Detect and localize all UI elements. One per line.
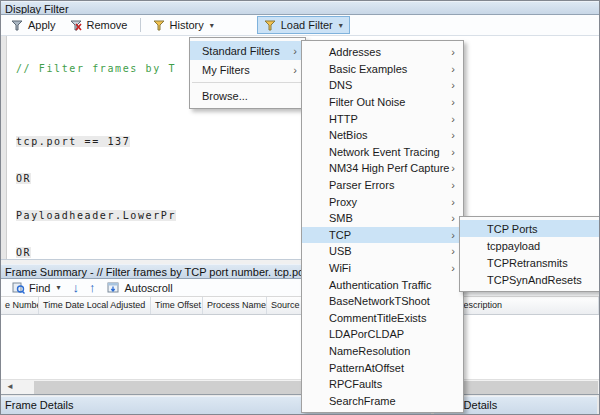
menu-item-tcpsynandresets[interactable]: TCPSynAndResets xyxy=(460,271,600,288)
menu-item-parser-errors[interactable]: Parser Errors› xyxy=(302,177,463,194)
frame-details-title: Frame Details xyxy=(5,399,73,411)
submenu-arrow-icon: › xyxy=(293,64,297,76)
load-filter-icon xyxy=(264,20,277,31)
menu-item-patternatoffset[interactable]: PatternAtOffset xyxy=(302,359,463,376)
submenu-arrow-icon: › xyxy=(451,245,455,257)
column-header-description[interactable]: Description xyxy=(453,297,599,314)
scrollbar-left-button[interactable]: ◄ xyxy=(1,380,19,394)
menu-item-my-filters[interactable]: My Filters › xyxy=(190,60,305,79)
menu-item-tcpretransmits[interactable]: TCPRetransmits xyxy=(460,254,600,271)
load-filter-menu: Standard Filters › My Filters › Browse..… xyxy=(189,37,306,109)
network-monitor-window: Display Filter Apply Remove History ▾ Lo… xyxy=(0,0,600,415)
submenu-arrow-icon: › xyxy=(451,46,455,58)
menu-item-ldaporcldap[interactable]: LDAPorCLDAP xyxy=(302,326,463,343)
submenu-arrow-icon: › xyxy=(451,212,455,224)
autoscroll-icon xyxy=(107,282,120,294)
find-previous-button[interactable]: ↑ xyxy=(84,282,101,294)
menu-item-tcp-ports[interactable]: TCP Ports xyxy=(460,220,600,237)
submenu-arrow-icon: › xyxy=(451,262,455,274)
submenu-arrow-icon: › xyxy=(451,179,455,191)
menu-item-dns[interactable]: DNS› xyxy=(302,77,463,94)
display-filter-title: Display Filter xyxy=(5,3,69,15)
menu-item-tcp[interactable]: TCP› xyxy=(302,227,463,244)
history-button[interactable]: History ▾ xyxy=(146,16,221,34)
menu-item-standard-filters[interactable]: Standard Filters › xyxy=(190,41,305,60)
tcp-submenu: TCP Ports tcppayload TCPRetransmits TCPS… xyxy=(459,216,600,292)
find-button[interactable]: Find ▾ xyxy=(5,279,67,297)
menu-item-basic-examples[interactable]: Basic Examples› xyxy=(302,61,463,78)
menu-item-browse[interactable]: Browse... xyxy=(190,86,305,105)
arrow-down-icon: ↓ xyxy=(72,280,79,295)
submenu-arrow-icon: › xyxy=(451,196,455,208)
history-filter-icon xyxy=(153,20,166,31)
submenu-arrow-icon: › xyxy=(451,162,455,174)
column-header-frame-number[interactable]: e Number xyxy=(1,297,39,314)
menu-item-rpcfaults[interactable]: RPCFaults xyxy=(302,376,463,393)
submenu-arrow-icon: › xyxy=(451,63,455,75)
menu-item-commenttitleexists[interactable]: CommentTitleExists xyxy=(302,310,463,327)
submenu-arrow-icon: › xyxy=(451,96,455,108)
column-header-time-offset[interactable]: Time Offset xyxy=(151,297,203,314)
submenu-arrow-icon: › xyxy=(451,129,455,141)
menu-item-authentication-traffic[interactable]: Authentication Traffic xyxy=(302,276,463,293)
submenu-arrow-icon: › xyxy=(293,45,297,57)
scroll-left-icon: ◄ xyxy=(6,382,14,391)
display-filter-titlebar: Display Filter xyxy=(1,1,599,15)
standard-filters-menu: Addresses› Basic Examples› DNS› Filter O… xyxy=(301,40,464,413)
menu-item-usb[interactable]: USB› xyxy=(302,243,463,260)
menu-separator xyxy=(192,82,303,83)
history-caret-icon: ▾ xyxy=(210,21,214,30)
toolbar-separator xyxy=(140,18,141,32)
editor-gutter xyxy=(1,36,7,259)
menu-item-http[interactable]: HTTP› xyxy=(302,110,463,127)
find-caret-icon: ▾ xyxy=(56,283,60,292)
arrow-up-icon: ↑ xyxy=(89,280,96,295)
menu-item-netbios[interactable]: NetBios› xyxy=(302,127,463,144)
menu-item-searchframe[interactable]: SearchFrame xyxy=(302,392,463,409)
menu-item-network-event-tracing[interactable]: Network Event Tracing› xyxy=(302,144,463,161)
menu-item-addresses[interactable]: Addresses› xyxy=(302,44,463,61)
apply-button[interactable]: Apply xyxy=(4,16,63,34)
column-header-process-name[interactable]: Process Name xyxy=(203,297,267,314)
apply-filter-icon xyxy=(11,20,24,31)
remove-filter-icon xyxy=(70,20,83,31)
horizontal-scrollbar[interactable]: ◄ xyxy=(1,379,599,394)
load-filter-caret-icon: ▾ xyxy=(339,21,343,30)
menu-item-filter-out-noise[interactable]: Filter Out Noise› xyxy=(302,94,463,111)
bottom-panels: Frame Details ✕ Hex Details xyxy=(1,394,599,415)
remove-button[interactable]: Remove xyxy=(63,16,135,34)
menu-item-basenetworktshoot[interactable]: BaseNetworkTShoot xyxy=(302,293,463,310)
frame-summary-header-row: e Number Time Date Local Adjusted Time O… xyxy=(1,297,599,315)
menu-item-proxy[interactable]: Proxy› xyxy=(302,193,463,210)
display-filter-toolbar: Apply Remove History ▾ Load Filter ▾ xyxy=(1,15,599,36)
submenu-arrow-icon: › xyxy=(451,229,455,241)
submenu-arrow-icon: › xyxy=(451,79,455,91)
menu-item-nameresolution[interactable]: NameResolution xyxy=(302,343,463,360)
menu-item-smb[interactable]: SMB› xyxy=(302,210,463,227)
menu-item-tcppayload[interactable]: tcppayload xyxy=(460,237,600,254)
frame-summary-table-body[interactable] xyxy=(1,315,599,379)
menu-item-wifi[interactable]: WiFi› xyxy=(302,260,463,277)
submenu-arrow-icon: › xyxy=(451,146,455,158)
column-header-time-date[interactable]: Time Date Local Adjusted xyxy=(39,297,151,314)
autoscroll-button[interactable]: Autoscroll xyxy=(100,279,179,297)
load-filter-button[interactable]: Load Filter ▾ xyxy=(257,16,350,34)
find-next-button[interactable]: ↓ xyxy=(67,282,84,294)
find-icon xyxy=(12,282,25,294)
submenu-arrow-icon: › xyxy=(451,113,455,125)
menu-item-nm34-high-perf-capture[interactable]: NM34 High Perf Capture› xyxy=(302,160,463,177)
